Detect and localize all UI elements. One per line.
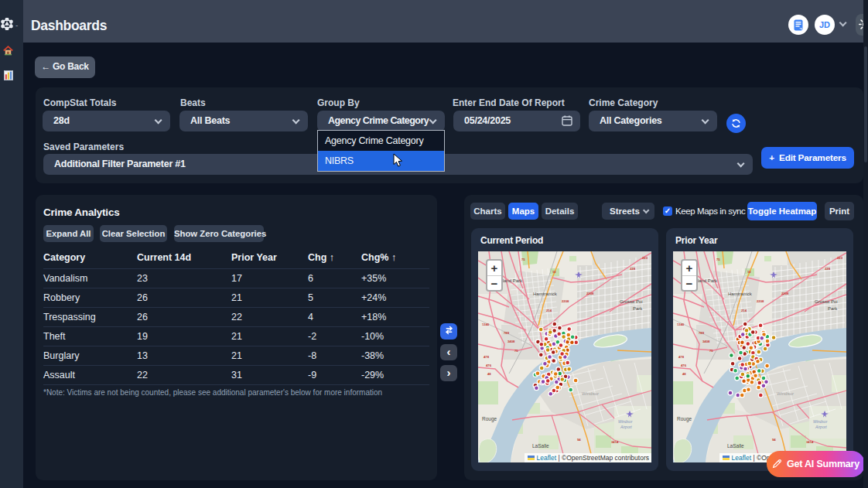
svg-text:228: 228 — [630, 267, 636, 271]
svg-text:1340: 1340 — [677, 322, 685, 326]
svg-text:223: 223 — [837, 256, 843, 260]
svg-text:Grosse Poi: Grosse Poi — [815, 299, 838, 304]
svg-text:228: 228 — [825, 267, 831, 271]
svg-text:Park: Park — [828, 306, 838, 311]
svg-text:Windsor: Windsor — [777, 391, 794, 396]
svg-text:94: 94 — [772, 438, 776, 442]
svg-text:Grosse Poi: Grosse Poi — [620, 299, 643, 304]
svg-text:478: 478 — [678, 355, 685, 359]
svg-text:75: 75 — [514, 349, 518, 353]
svg-text:1340: 1340 — [482, 322, 490, 326]
svg-text:Rouge: Rouge — [482, 416, 497, 422]
svg-text:478: 478 — [484, 355, 490, 359]
svg-text:Park: Park — [633, 306, 643, 311]
svg-text:476: 476 — [681, 363, 687, 367]
svg-text:Hamtramck: Hamtramck — [728, 292, 753, 296]
svg-text:Rouge: Rouge — [677, 416, 692, 422]
svg-text:Windsor: Windsor — [618, 419, 633, 424]
svg-text:10: 10 — [747, 270, 751, 274]
svg-text:Hamtramck: Hamtramck — [533, 292, 558, 296]
svg-text:LaSalle: LaSalle — [727, 443, 744, 449]
svg-text:2208: 2208 — [781, 292, 789, 295]
svg-text:214: 214 — [546, 309, 552, 312]
svg-text:LaSalle: LaSalle — [532, 443, 549, 449]
svg-text:75: 75 — [521, 258, 525, 261]
svg-text:Airport: Airport — [620, 425, 632, 429]
svg-text:Windsor: Windsor — [813, 419, 828, 424]
svg-text:48: 48 — [682, 372, 686, 376]
svg-text:10: 10 — [552, 270, 556, 274]
svg-text:214: 214 — [741, 309, 747, 312]
svg-text:94: 94 — [577, 438, 581, 442]
svg-text:2208: 2208 — [757, 299, 764, 303]
svg-text:223: 223 — [642, 256, 648, 260]
svg-text:789: 789 — [699, 331, 705, 335]
svg-text:48: 48 — [487, 372, 491, 376]
svg-text:3408: 3408 — [507, 340, 515, 343]
svg-text:2208: 2208 — [586, 292, 594, 295]
svg-text:75: 75 — [716, 258, 720, 261]
svg-text:3414: 3414 — [611, 440, 619, 444]
svg-text:3414: 3414 — [806, 440, 814, 444]
svg-text:75: 75 — [709, 349, 713, 353]
svg-text:3408: 3408 — [702, 340, 710, 343]
svg-text:Airport: Airport — [815, 425, 827, 429]
svg-text:2208: 2208 — [562, 299, 569, 303]
svg-text:Windsor: Windsor — [582, 391, 599, 396]
svg-text:476: 476 — [486, 363, 492, 367]
svg-text:789: 789 — [504, 331, 510, 335]
